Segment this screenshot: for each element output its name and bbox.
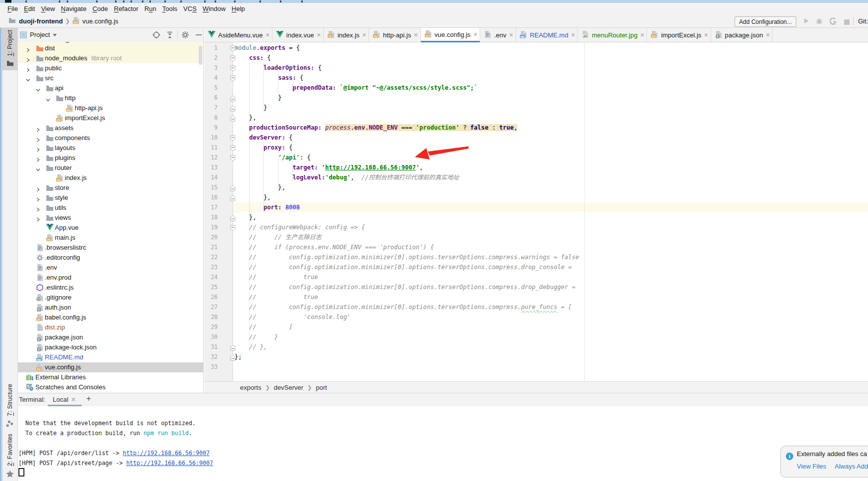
notification-action-view-files[interactable]: View Files bbox=[797, 463, 826, 470]
code-line-2[interactable]: 2 css: { bbox=[204, 53, 868, 63]
notification-action-always-add[interactable]: Always Add bbox=[835, 463, 868, 470]
code-line-6[interactable]: 6 } bbox=[204, 93, 868, 103]
tree-item-store[interactable]: store bbox=[18, 183, 203, 193]
code-line-19[interactable]: 19 // configureWebpack: config => { bbox=[204, 222, 868, 232]
code-line-8[interactable]: 8 }, bbox=[204, 113, 868, 123]
code-line-21[interactable]: 21 // if (process.env.NODE_ENV === 'prod… bbox=[204, 242, 868, 252]
tree-item-dist-zip[interactable]: dist.zip bbox=[18, 322, 203, 332]
menu-code[interactable]: Code bbox=[93, 5, 108, 12]
tree-item-plugins[interactable]: plugins bbox=[18, 153, 203, 163]
close-icon[interactable]: ✕ bbox=[640, 32, 644, 38]
tree-item-gitignore[interactable]: .gitignore bbox=[18, 293, 203, 303]
code-line-32[interactable]: 32}; bbox=[204, 352, 868, 362]
tree-item-assets[interactable]: assets bbox=[18, 123, 203, 133]
close-icon[interactable]: ✕ bbox=[765, 32, 770, 38]
close-icon[interactable]: ✕ bbox=[413, 32, 418, 38]
close-icon[interactable]: ✕ bbox=[265, 32, 270, 38]
collapse-all-icon[interactable] bbox=[166, 31, 174, 41]
editor-tab-package-json[interactable]: {}package.json✕ bbox=[711, 28, 773, 42]
tree-item-vue-config-js[interactable]: JSvue.config.js bbox=[18, 362, 203, 372]
code-line-14[interactable]: 14 logLevel:'debug', //控制台终端打印代理前的真实地址 bbox=[204, 172, 868, 182]
menu-file[interactable]: File bbox=[7, 5, 18, 12]
tree-item-auth-json[interactable]: {}auth.json bbox=[18, 303, 203, 313]
project-panel-title[interactable]: Project bbox=[30, 31, 50, 38]
close-icon[interactable]: ✕ bbox=[571, 32, 575, 38]
code-line-18[interactable]: 18 }, bbox=[204, 212, 868, 222]
breadcrumb-port[interactable]: port bbox=[316, 384, 327, 391]
tree-scrollbar-thumb[interactable] bbox=[199, 46, 202, 65]
tree-item-editorconfig[interactable]: .editorconfig bbox=[18, 253, 203, 263]
new-terminal-button[interactable]: + bbox=[86, 394, 91, 404]
debug-icon[interactable] bbox=[815, 17, 823, 26]
menu-refactor[interactable]: Refactor bbox=[114, 5, 138, 12]
code-line-22[interactable]: 22 // config.optimization.minimizer[0].o… bbox=[204, 252, 868, 262]
close-icon[interactable]: ✕ bbox=[704, 32, 708, 38]
breadcrumb-exports[interactable]: exports bbox=[240, 384, 261, 391]
terminal-url-link[interactable]: http://192.168.66.56:9007 bbox=[123, 450, 210, 457]
tree-item-readme-md[interactable]: MDREADME.md bbox=[18, 352, 203, 362]
code-line-29[interactable]: 29 // ] bbox=[204, 322, 868, 332]
tool-window-tab-favorites[interactable]: 2: Favorites bbox=[2, 434, 17, 480]
tree-item-views[interactable]: views bbox=[18, 213, 203, 223]
git-branch-label[interactable]: Git: bbox=[858, 17, 868, 25]
tool-window-tab-structure[interactable]: 7: Structure bbox=[2, 385, 17, 428]
tree-item-importexcel-js[interactable]: JSimportExcel.js bbox=[18, 113, 203, 123]
tree-item-src[interactable]: src bbox=[18, 73, 203, 83]
tool-window-tab-project[interactable]: 1: Project bbox=[2, 28, 17, 70]
code-line-12[interactable]: 12 '/api': { bbox=[204, 153, 868, 162]
code-line-3[interactable]: 3 loaderOptions: { bbox=[204, 63, 868, 73]
tree-item-env[interactable]: .env bbox=[18, 263, 203, 273]
tree-item-babel-config-js[interactable]: JSbabel.config.js bbox=[18, 313, 203, 322]
tree-item-index-js[interactable]: JSindex.js bbox=[18, 173, 203, 183]
menu-vcs[interactable]: VCS bbox=[183, 5, 197, 12]
tree-item-package-json[interactable]: {}package.json bbox=[18, 332, 203, 342]
tree-item-app-vue[interactable]: App.vue bbox=[18, 223, 203, 233]
tree-item-package-lock-json[interactable]: {}package-lock.json bbox=[18, 342, 203, 352]
tree-item-node-modules[interactable]: node_moduleslibrary root bbox=[18, 53, 203, 63]
tree-item-components[interactable]: components bbox=[18, 133, 203, 143]
editor-tab-index-js[interactable]: JSindex.js✕ bbox=[324, 28, 369, 42]
code-line-23[interactable]: 23 // config.optimization.minimizer[0].o… bbox=[204, 262, 868, 272]
menu-help[interactable]: Help bbox=[232, 5, 245, 12]
code-line-10[interactable]: 10 devServer: { bbox=[204, 133, 868, 143]
run-icon[interactable] bbox=[803, 17, 810, 26]
breadcrumb-project[interactable]: duoji-frontend bbox=[19, 17, 63, 25]
stop-icon[interactable] bbox=[844, 18, 850, 27]
tree-item-public[interactable]: public bbox=[18, 63, 203, 73]
code-line-4[interactable]: 4 sass: { bbox=[204, 73, 868, 83]
code-line-15[interactable]: 15 }, bbox=[204, 182, 868, 192]
terminal-url-link[interactable]: http://192.168.66.56:9007 bbox=[126, 460, 213, 467]
menu-view[interactable]: View bbox=[41, 5, 55, 12]
tree-item-browserslistrc[interactable]: .browserslistrc bbox=[18, 243, 203, 253]
tree-item-env-prod[interactable]: .env.prod bbox=[18, 273, 203, 283]
locate-file-icon[interactable] bbox=[152, 31, 160, 41]
menu-navigate[interactable]: Navigate bbox=[61, 5, 86, 12]
tree-item-http[interactable]: http bbox=[18, 93, 203, 103]
tree-item-dist[interactable]: dist bbox=[18, 43, 203, 53]
close-icon[interactable]: ✕ bbox=[473, 32, 478, 37]
tree-item-scratches-and-consoles[interactable]: Scratches and Consoles bbox=[18, 382, 203, 392]
breadcrumb-file[interactable]: vue.config.js bbox=[82, 17, 118, 25]
code-line-1[interactable]: 1module.exports = { bbox=[204, 43, 868, 53]
code-line-16[interactable]: 16 }, bbox=[204, 192, 868, 202]
menu-edit[interactable]: Edit bbox=[24, 5, 35, 12]
code-line-13[interactable]: 13 target: 'http://192.168.66.56:9007', bbox=[204, 162, 868, 172]
close-icon[interactable]: ✕ bbox=[509, 32, 513, 38]
tree-item-router[interactable]: router bbox=[18, 163, 203, 173]
close-icon[interactable]: ✕ bbox=[71, 396, 76, 403]
code-line-5[interactable]: 5 prependData: `@import "~@/assets/scss/… bbox=[204, 83, 868, 93]
terminal-output[interactable]: Note that the development build is not o… bbox=[18, 406, 868, 481]
code-line-30[interactable]: 30 // } bbox=[204, 332, 868, 342]
menu-window[interactable]: Window bbox=[203, 5, 226, 12]
code-line-9[interactable]: 9 productionSourceMap: process.env.NODE_… bbox=[204, 123, 868, 133]
editor-tab-readme-md[interactable]: MDREADME.md✕ bbox=[516, 28, 578, 42]
tree-item-eslintrc-js[interactable]: .eslintrc.js bbox=[18, 283, 203, 293]
editor-tab-index-vue[interactable]: index.vue✕ bbox=[272, 28, 324, 42]
terminal-tab-local[interactable]: Local bbox=[53, 396, 68, 403]
code-line-20[interactable]: 20 // // 生产去除日志 bbox=[204, 232, 868, 242]
editor-tab-vue-config-js[interactable]: JSvue.config.js✕ bbox=[421, 28, 480, 42]
editor-tab-env[interactable]: .env✕ bbox=[480, 28, 516, 42]
run-with-coverage-icon[interactable] bbox=[829, 17, 838, 27]
tree-item-api[interactable]: api bbox=[18, 83, 203, 93]
code-line-26[interactable]: 26 // true bbox=[204, 292, 868, 302]
